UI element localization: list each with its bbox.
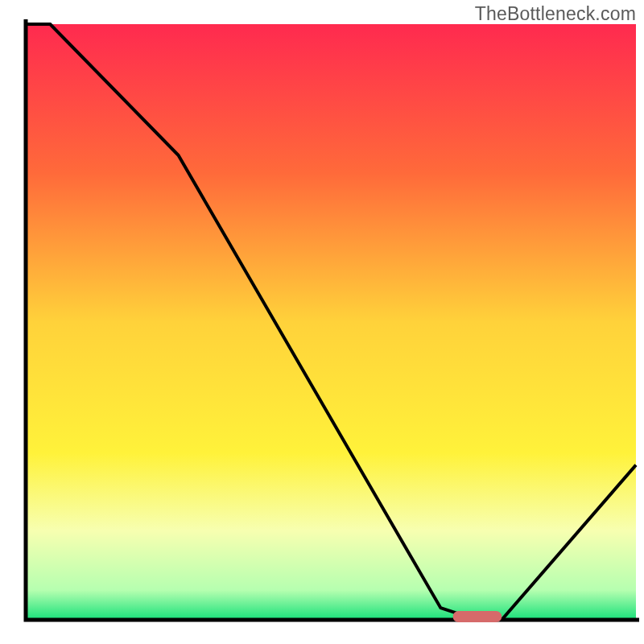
chart-container: TheBottleneck.com	[0, 0, 644, 644]
watermark-text: TheBottleneck.com	[475, 3, 636, 25]
plot-background	[26, 24, 636, 620]
optimal-marker	[453, 611, 502, 622]
chart-svg	[0, 0, 644, 644]
